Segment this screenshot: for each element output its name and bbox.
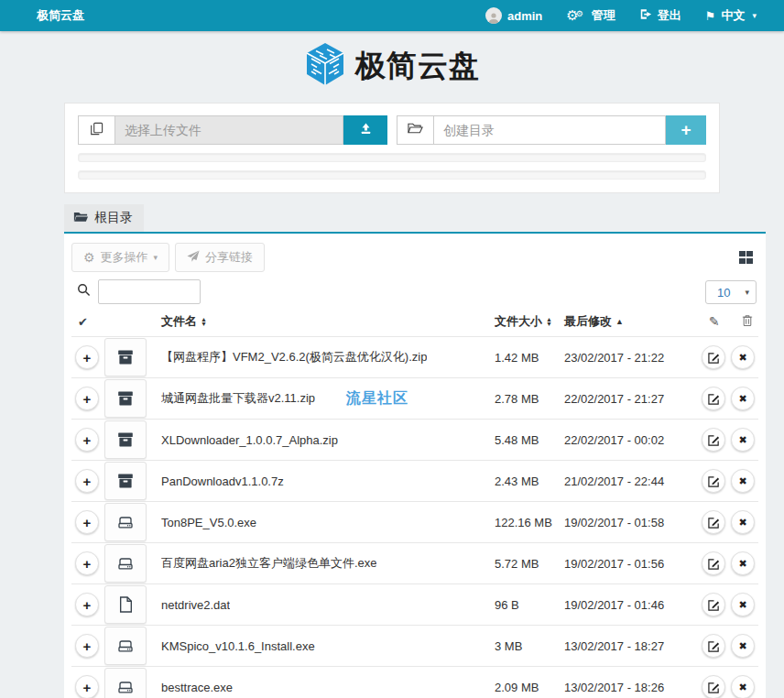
browse-files-button[interactable] [78, 115, 114, 145]
delete-button[interactable]: ✖ [731, 510, 755, 534]
file-icon[interactable] [104, 585, 147, 624]
delete-button[interactable]: ✖ [731, 675, 755, 698]
trash-icon[interactable] [742, 314, 753, 330]
watermark-text: 流星社区 [346, 389, 408, 409]
upload-panel: + [64, 103, 720, 193]
file-size: 1.42 MB [495, 351, 539, 365]
file-name[interactable]: 百度网盘aria2独立客户端绿色单文件.exe [161, 555, 376, 572]
expand-row-button[interactable]: + [75, 469, 99, 493]
file-modified: 21/02/2017 - 22:44 [564, 474, 664, 488]
rename-button[interactable] [702, 510, 725, 534]
delete-button[interactable]: ✖ [731, 551, 755, 575]
delete-button[interactable]: ✖ [731, 469, 755, 493]
sort-by-modified[interactable]: 最后修改 ▲ [564, 313, 624, 330]
expand-row-button[interactable]: + [75, 387, 99, 410]
file-name[interactable]: PanDownloadv1.1.0.7z [161, 474, 284, 488]
page-title: 极简云盘 [355, 46, 480, 87]
file-size: 2.78 MB [495, 392, 539, 406]
folder-icon [73, 211, 88, 225]
file-name[interactable]: besttrace.exe [161, 681, 233, 694]
archive-icon[interactable] [104, 420, 147, 459]
breadcrumb-root[interactable]: 根目录 [64, 204, 144, 232]
search-input[interactable] [98, 279, 201, 304]
file-name[interactable]: 城通网盘批量下载器v2.11.zip [161, 390, 315, 407]
file-name[interactable]: XLDownloader_1.0.0.7_Alpha.zip [161, 433, 338, 447]
size-header-label: 文件大小 [495, 313, 542, 330]
delete-button[interactable]: ✖ [731, 428, 755, 452]
create-dir-group: + [397, 115, 706, 145]
table-row: +Ton8PE_V5.0.exe122.16 MB19/02/2017 - 01… [71, 501, 758, 542]
file-table-panel: ⚙ 更多操作 ▾ 分享链接 10 ▾ ✔ [64, 234, 766, 698]
user-menu[interactable]: admin [485, 7, 542, 24]
table-header: ✔ 文件名 ▲▼ 文件大小 ▲▼ 最后修改 ▲ ✎ [71, 313, 758, 336]
share-link-button[interactable]: 分享链接 [175, 243, 265, 272]
rename-button[interactable] [702, 634, 725, 658]
sign-out-icon [639, 8, 652, 23]
expand-row-button[interactable]: + [75, 675, 99, 698]
table-row: +XLDownloader_1.0.0.7_Alpha.zip5.48 MB22… [71, 419, 758, 460]
hdd-icon[interactable] [104, 627, 147, 665]
page-size-value: 10 [717, 286, 730, 300]
delete-button[interactable]: ✖ [731, 387, 755, 410]
file-modified: 13/02/2017 - 18:27 [564, 639, 664, 653]
hdd-icon[interactable] [104, 544, 147, 583]
table-row: +【网盘程序】VFM2_V2.6.2(极简云盘优化汉化).zip1.42 MB2… [71, 336, 758, 377]
table-toolbar: ⚙ 更多操作 ▾ 分享链接 [71, 241, 758, 272]
language-menu[interactable]: ⚑ 中文 ▾ [705, 7, 757, 24]
expand-row-button[interactable]: + [75, 428, 99, 452]
file-size: 5.72 MB [495, 557, 539, 571]
upload-file-input[interactable] [114, 115, 343, 145]
rename-button[interactable] [702, 675, 725, 698]
sort-asc-icon: ▲ [615, 317, 624, 326]
file-size: 5.48 MB [495, 433, 539, 447]
sort-by-name[interactable]: 文件名 ▲▼ [161, 313, 207, 330]
rename-button[interactable] [702, 345, 725, 369]
chevron-down-icon: ▾ [752, 11, 757, 20]
rename-button[interactable] [702, 551, 725, 575]
expand-row-button[interactable]: + [75, 551, 99, 575]
file-modified: 19/02/2017 - 01:56 [564, 557, 664, 571]
delete-button[interactable]: ✖ [731, 593, 755, 616]
archive-icon[interactable] [104, 462, 147, 500]
upload-progress-bar [78, 153, 706, 162]
page-size-select[interactable]: 10 ▾ [705, 280, 757, 304]
archive-icon[interactable] [104, 379, 147, 418]
breadcrumb-root-label: 根目录 [94, 210, 133, 226]
rename-button[interactable] [702, 593, 725, 616]
more-actions-button[interactable]: ⚙ 更多操作 ▾ [71, 243, 169, 272]
navbar-brand[interactable]: 极简云盘 [37, 7, 84, 24]
pencil-icon[interactable]: ✎ [709, 314, 720, 329]
paper-plane-icon [187, 250, 200, 266]
x-icon: ✖ [738, 682, 746, 693]
logout-link[interactable]: 登出 [639, 7, 681, 24]
name-header-label: 文件名 [161, 313, 197, 330]
upload-button[interactable] [343, 115, 387, 145]
copy-icon [90, 122, 103, 139]
file-name[interactable]: netdrive2.dat [161, 598, 230, 612]
logo-header: 极简云盘 [0, 31, 784, 99]
rename-button[interactable] [702, 387, 725, 410]
file-name[interactable]: KMSpico_v10.1.6_Install.exe [161, 639, 315, 653]
expand-row-button[interactable]: + [75, 593, 99, 616]
file-name[interactable]: Ton8PE_V5.0.exe [161, 516, 256, 529]
grid-view-icon[interactable] [739, 251, 754, 264]
rename-button[interactable] [702, 469, 725, 493]
delete-button[interactable]: ✖ [731, 345, 755, 369]
create-dir-button[interactable]: + [666, 115, 706, 145]
sort-by-size[interactable]: 文件大小 ▲▼ [495, 313, 552, 330]
hdd-icon[interactable] [104, 503, 147, 541]
delete-button[interactable]: ✖ [731, 634, 755, 658]
file-name[interactable]: 【网盘程序】VFM2_V2.6.2(极简云盘优化汉化).zip [161, 349, 427, 365]
navbar: 极简云盘 admin ⚙⚙ 管理 登出 ⚑ 中文 ▾ [0, 0, 784, 31]
expand-row-button[interactable]: + [75, 634, 99, 658]
file-size: 122.16 MB [495, 516, 552, 529]
expand-row-button[interactable]: + [75, 345, 99, 369]
rename-button[interactable] [702, 428, 725, 452]
archive-icon[interactable] [104, 338, 147, 376]
select-all-check-icon[interactable]: ✔ [71, 315, 88, 329]
manage-link[interactable]: ⚙⚙ 管理 [566, 7, 615, 24]
expand-row-button[interactable]: + [75, 510, 99, 534]
x-icon: ✖ [738, 475, 746, 487]
hdd-icon[interactable] [104, 668, 147, 698]
create-dir-input[interactable] [433, 115, 666, 145]
